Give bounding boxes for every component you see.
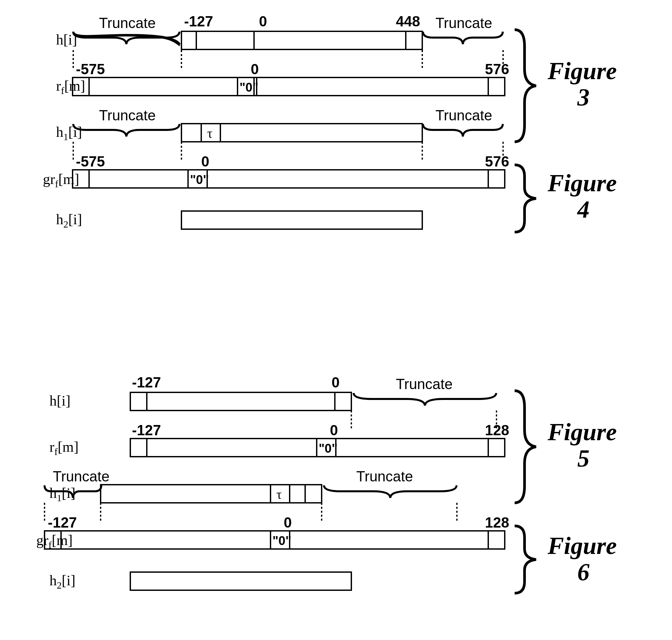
bar-h1 <box>182 123 422 142</box>
bar-rf <box>73 77 505 96</box>
tick-h-start: -127 <box>184 13 213 29</box>
h1-tau: τ <box>207 126 213 141</box>
tick5-rf-end: 128 <box>485 422 509 438</box>
h1-5-tau: τ <box>276 487 282 502</box>
tick-h-end: 448 <box>396 13 420 29</box>
truncate5-right-h: Truncate <box>396 376 453 392</box>
bar5-h <box>130 392 351 410</box>
truncate-right-h: Truncate <box>435 15 492 31</box>
tick5-h-zero: 0 <box>331 374 340 390</box>
row-label-grf: grf[m] <box>43 171 79 189</box>
row6-label-grf: grf[m] <box>36 532 73 550</box>
tick5-rf-start: -127 <box>132 422 161 438</box>
rf-zero-cell: "0" <box>240 81 258 94</box>
truncate5-left-h1: Truncate <box>53 468 110 484</box>
truncate5-right-h1: Truncate <box>356 468 413 484</box>
tick-rf-start: -575 <box>76 61 105 77</box>
bar6-h2 <box>130 572 351 590</box>
bar-h2 <box>182 211 422 229</box>
truncate-right-h1: Truncate <box>435 107 492 123</box>
row6-label-h2: h2[i] <box>49 572 75 591</box>
grf6-zero-cell: "0" <box>272 534 291 548</box>
tick-grf-end: 576 <box>485 153 509 170</box>
bar-grf <box>73 170 505 188</box>
figure-5-bot: 5 <box>577 445 589 472</box>
tick5-rf-zero: 0 <box>330 422 338 438</box>
row-label-rf: rf[m] <box>56 78 85 96</box>
row-label-h1: h1[i] <box>56 124 82 142</box>
figure-4-bot: 4 <box>577 196 589 223</box>
row5-label-h: h[i] <box>49 393 71 409</box>
grf-zero-cell: "0" <box>190 173 209 187</box>
tick5-h-start: -127 <box>132 374 161 390</box>
row5-label-rf: rf[m] <box>49 439 78 457</box>
bar5-h1 <box>101 485 321 503</box>
tick-h-zero: 0 <box>259 13 267 29</box>
tick6-grf-end: 128 <box>485 514 509 530</box>
figure-3-top: Figure <box>547 57 617 84</box>
tick6-grf-zero: 0 <box>284 514 291 530</box>
tick-rf-zero: 0 <box>251 61 259 77</box>
truncate-left-h1: Truncate <box>99 107 156 123</box>
rf5-zero-cell: "0" <box>319 441 338 455</box>
tick-grf-start: -575 <box>76 153 105 170</box>
figure-6-bot: 6 <box>577 558 589 586</box>
tick-grf-zero: 0 <box>201 153 209 170</box>
figure-3-bot: 3 <box>577 84 589 111</box>
figure-6-top: Figure <box>547 532 617 559</box>
bar-h <box>182 31 422 49</box>
diagram-root: h[i] -127 0 448 Truncate Truncate rf[m] … <box>0 0 672 640</box>
tick-rf-end: 576 <box>485 61 509 77</box>
tick6-grf-start: -127 <box>48 514 77 530</box>
bar5-rf <box>130 438 505 457</box>
truncate-left-h: Truncate <box>99 15 156 31</box>
row-label-h2: h2[i] <box>56 212 82 230</box>
figure-4-top: Figure <box>547 170 617 197</box>
figure-5-top: Figure <box>547 419 617 446</box>
